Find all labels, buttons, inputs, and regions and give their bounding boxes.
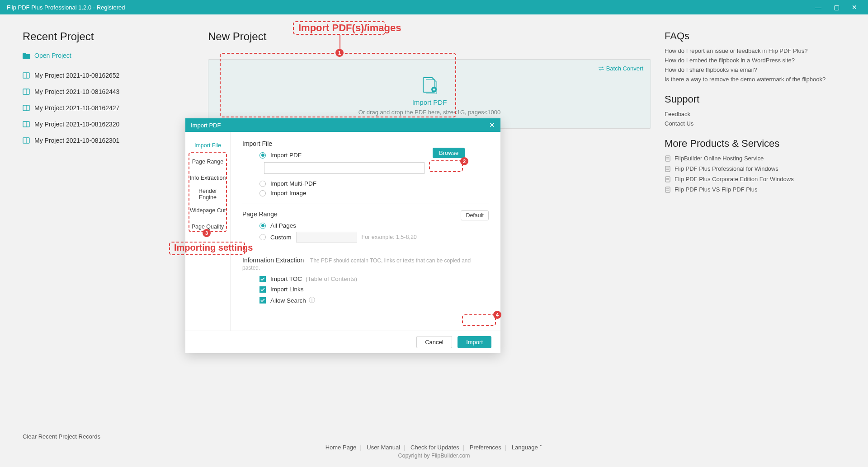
- radio-label: Import Image: [270, 190, 307, 196]
- product-link[interactable]: Flip PDF Plus Professional for Windows: [665, 165, 841, 172]
- footer: Home Page| User Manual| Check for Update…: [0, 444, 868, 459]
- checkbox-import-links[interactable]: Import Links: [259, 286, 489, 293]
- clear-recent-link[interactable]: Clear Recent Project Records: [23, 433, 100, 440]
- footer-link[interactable]: User Manual: [367, 444, 400, 451]
- doc-icon: [665, 176, 671, 182]
- import-pdf-label: Import PDF: [412, 98, 447, 106]
- book-icon: [23, 121, 30, 127]
- tab-page-quality[interactable]: Page Quality: [185, 219, 230, 235]
- tab-page-range[interactable]: Page Range: [185, 154, 230, 170]
- batch-convert-link[interactable]: Batch Convert: [598, 65, 643, 72]
- import-pdf-dialog: Import PDF ✕ Import File Page Range Info…: [185, 118, 500, 353]
- tab-widepage-cut[interactable]: Widepage Cut: [185, 202, 230, 219]
- custom-pages-hint: For example: 1,5-8,20: [362, 234, 417, 240]
- maximize-button[interactable]: ▢: [827, 0, 845, 14]
- project-label: My Project 2021-10-08162652: [34, 72, 119, 79]
- book-icon: [23, 137, 30, 144]
- product-link[interactable]: FlipBuilder Online Hosting Service: [665, 155, 841, 162]
- import-button[interactable]: Import: [458, 336, 491, 348]
- footer-link[interactable]: Check for Updates: [410, 444, 459, 451]
- svg-rect-11: [665, 156, 670, 161]
- project-item[interactable]: My Project 2021-10-08162301: [23, 137, 194, 144]
- radio-icon: [259, 181, 266, 187]
- project-label: My Project 2021-10-08162301: [34, 137, 119, 144]
- help-icon[interactable]: ⓘ: [309, 296, 315, 304]
- custom-pages-input[interactable]: [296, 232, 357, 243]
- faqs-heading: FAQs: [665, 30, 841, 42]
- checkbox-import-toc[interactable]: Import TOC (Table of Contents): [259, 276, 489, 282]
- project-item[interactable]: My Project 2021-10-08162427: [23, 104, 194, 112]
- project-label: My Project 2021-10-08162443: [34, 88, 119, 95]
- radio-custom-pages[interactable]: Custom For example: 1,5-8,20: [259, 232, 489, 243]
- import-file-heading: Import File: [242, 140, 489, 147]
- browse-button[interactable]: Browse: [433, 148, 465, 158]
- faq-link[interactable]: Is there a way to remove the demo waterm…: [665, 76, 841, 83]
- tab-info-extraction[interactable]: Info Extraction: [185, 170, 230, 186]
- footer-link[interactable]: Preferences: [470, 444, 501, 451]
- product-label: FlipBuilder Online Hosting Service: [675, 155, 764, 162]
- open-project-label: Open Project: [34, 52, 71, 59]
- project-label: My Project 2021-10-08162427: [34, 104, 119, 112]
- window-title: Flip PDF Plus Professional 1.2.0 - Regis…: [5, 4, 809, 11]
- tab-render-engine[interactable]: Render Engine: [185, 186, 230, 202]
- doc-icon: [665, 187, 671, 193]
- product-link[interactable]: Flip PDF Plus Corporate Edition For Wind…: [665, 176, 841, 182]
- chevron-up-icon: ˄: [539, 444, 542, 451]
- faq-link[interactable]: How do I embed the flipbook in a WordPre…: [665, 57, 841, 64]
- dialog-footer: Cancel Import: [185, 331, 500, 353]
- product-label: Flip PDF Plus Corporate Edition For Wind…: [675, 176, 794, 182]
- minimize-button[interactable]: —: [809, 0, 827, 14]
- cancel-button[interactable]: Cancel: [416, 336, 452, 348]
- recent-project-heading: Recent Project: [23, 30, 194, 43]
- copyright-text: Copyright by FlipBuilder.com: [0, 453, 868, 459]
- import-hint: Or drag and drop the PDF here, size<1G, …: [359, 109, 500, 116]
- product-label: Flip PDF Plus Professional for Windows: [675, 165, 778, 172]
- project-item[interactable]: My Project 2021-10-08162320: [23, 121, 194, 128]
- checkbox-label: Allow Search: [270, 297, 306, 304]
- folder-icon: [23, 52, 31, 59]
- recent-project-panel: Recent Project Open Project My Project 2…: [0, 30, 194, 196]
- radio-label: Custom: [270, 234, 292, 241]
- dialog-titlebar: Import PDF ✕: [185, 118, 500, 132]
- footer-link[interactable]: Home Page: [326, 444, 357, 451]
- project-item[interactable]: My Project 2021-10-08162443: [23, 88, 194, 95]
- svg-rect-17: [665, 177, 670, 182]
- faq-link[interactable]: How do I report an issue or feedback in …: [665, 47, 841, 54]
- support-link[interactable]: Feedback: [665, 111, 841, 117]
- tab-import-file[interactable]: Import File: [185, 137, 230, 154]
- faq-link[interactable]: How do I share flipbooks via email?: [665, 66, 841, 73]
- radio-label: Import PDF: [270, 152, 302, 159]
- radio-icon: [259, 234, 266, 240]
- batch-convert-label: Batch Convert: [606, 65, 643, 72]
- book-icon: [23, 72, 30, 79]
- radio-label: Import Multi-PDF: [270, 180, 316, 187]
- project-item[interactable]: My Project 2021-10-08162652: [23, 72, 194, 79]
- checkbox-icon: [259, 297, 266, 304]
- radio-import-multi-pdf[interactable]: Import Multi-PDF: [259, 180, 489, 187]
- swap-icon: [598, 66, 604, 71]
- dialog-sidebar: Import File Page Range Info Extraction R…: [185, 132, 231, 331]
- open-project-button[interactable]: Open Project: [23, 52, 194, 59]
- dialog-content: Import File Import PDF Browse Import Mul…: [231, 132, 500, 331]
- book-icon: [23, 89, 30, 95]
- checkbox-label: Import Links: [270, 286, 304, 293]
- default-button[interactable]: Default: [461, 210, 489, 220]
- radio-icon: [259, 190, 266, 196]
- support-link[interactable]: Contact Us: [665, 120, 841, 127]
- dialog-close-button[interactable]: ✕: [489, 121, 495, 129]
- radio-label: All Pages: [270, 222, 296, 229]
- footer-link-language[interactable]: Language ˄: [512, 444, 542, 451]
- close-button[interactable]: ✕: [845, 0, 863, 14]
- radio-icon: [259, 223, 266, 229]
- pdf-path-input[interactable]: [264, 162, 425, 174]
- radio-import-image[interactable]: Import Image: [259, 190, 489, 196]
- radio-all-pages[interactable]: All Pages: [259, 222, 489, 229]
- checkbox-allow-search[interactable]: Allow Search ⓘ: [259, 296, 489, 304]
- checkbox-icon: [259, 276, 266, 282]
- checkbox-icon: [259, 286, 266, 293]
- product-link[interactable]: Flip PDF Plus VS Flip PDF Plus: [665, 186, 841, 193]
- page-range-heading: Page Range: [242, 210, 489, 218]
- support-heading: Support: [665, 93, 841, 105]
- title-bar: Flip PDF Plus Professional 1.2.0 - Regis…: [0, 0, 868, 14]
- checkbox-label: Import TOC: [270, 276, 302, 282]
